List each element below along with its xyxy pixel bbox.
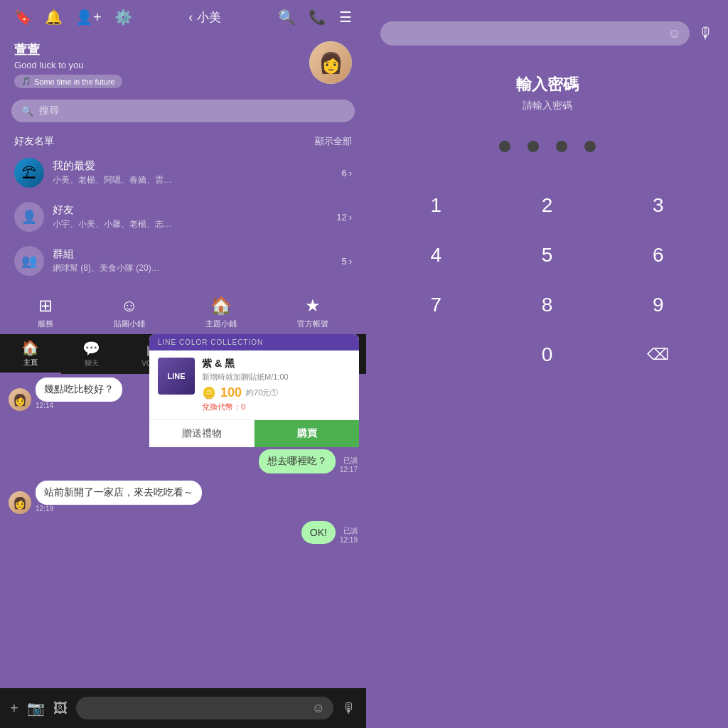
product-name: 紫 & 黑: [202, 358, 350, 370]
key-8[interactable]: 8: [491, 280, 602, 330]
friends-section-header: 好友名單 顯示全部: [0, 128, 366, 151]
product-header: LINE COLOR COLLECTION: [149, 334, 359, 350]
pass-search-bar[interactable]: ☺: [380, 21, 690, 46]
read-status-3: 已讀 12:17: [340, 456, 358, 473]
key-delete[interactable]: ⌫: [603, 330, 714, 380]
favorites-sub: 小美、老楊、阿嗯、春嬌、雲…: [53, 174, 333, 186]
pass-mic-icon[interactable]: 🎙: [698, 24, 714, 43]
groups-sub: 網球幫 (8)、美食小隊 (20)…: [53, 262, 333, 274]
line-logo: LINE: [167, 372, 185, 380]
profile-area: 萱萱 Good luck to you 🎵 Some time in the f…: [0, 34, 366, 94]
chat-tab-label: 聊天: [85, 358, 99, 368]
chat-gallery-icon[interactable]: 🖼: [53, 700, 68, 717]
theme-nav-item[interactable]: 🏠 主題小鋪: [205, 296, 237, 329]
buy-button[interactable]: 購買: [255, 420, 359, 447]
pass-header: ☺ 🎙: [366, 0, 728, 60]
tab-chat[interactable]: 💬 聊天: [61, 334, 122, 374]
groups-name: 群組: [53, 247, 333, 261]
key-2[interactable]: 2: [491, 181, 602, 230]
bottom-service-nav: ⊞ 服務 ☺ 貼圖小鋪 🏠 主題小鋪 ★ 官方帳號: [0, 286, 366, 335]
chat-mic-icon[interactable]: 🎙: [342, 700, 356, 717]
chat-avatar-left-2: 👩: [9, 491, 31, 514]
official-icon: ★: [305, 296, 321, 316]
service-icon: ⊞: [38, 296, 53, 316]
nav-title: 小美: [197, 9, 221, 26]
key-5[interactable]: 5: [491, 230, 602, 280]
service-nav-item[interactable]: ⊞ 服務: [38, 296, 53, 329]
chat-add-icon[interactable]: +: [10, 700, 18, 717]
top-nav-left-icons: 🔖 🔔 👤+ ⚙️: [14, 9, 132, 26]
password-title: 輸入密碼: [366, 74, 728, 95]
top-nav: 🔖 🔔 👤+ ⚙️ ‹ 小美 🔍 📞 ☰: [0, 0, 366, 34]
product-buttons: 贈送禮物 購買: [149, 419, 359, 447]
sticker-label: 貼圖小鋪: [114, 318, 145, 329]
official-nav-item[interactable]: ★ 官方帳號: [297, 296, 328, 329]
gear-icon[interactable]: ⚙️: [114, 9, 132, 26]
key-0[interactable]: 0: [491, 330, 602, 380]
chat-message-3: 已讀 12:17 想去哪裡吃？: [0, 446, 366, 477]
friends-count: 12›: [336, 212, 352, 223]
search-bar[interactable]: 🔍 搜尋: [11, 100, 355, 122]
search-icon[interactable]: 🔍: [278, 9, 296, 26]
profile-avatar[interactable]: 👩: [309, 41, 352, 84]
list-item-friends[interactable]: 👤 好友 小宇、小美、小馨、老楊、志… 12›: [0, 195, 366, 239]
back-chevron-icon[interactable]: ‹: [188, 10, 193, 25]
profile-info: 萱萱 Good luck to you 🎵 Some time in the f…: [14, 41, 299, 88]
keypad-bottom-row: 0 ⌫: [366, 330, 728, 380]
friends-name: 好友: [53, 203, 328, 217]
official-label: 官方帳號: [297, 318, 328, 329]
profile-name: 萱萱: [14, 41, 299, 58]
profile-status: Good luck to you: [14, 60, 299, 70]
favorites-avatar: ⛱: [14, 158, 44, 188]
dot-2: [528, 141, 539, 152]
chat-camera-icon[interactable]: 📷: [27, 700, 45, 717]
groups-content: 群組 網球幫 (8)、美食小隊 (20)…: [53, 247, 333, 274]
person-add-icon[interactable]: 👤+: [75, 9, 102, 26]
friends-section-title: 好友名單: [14, 135, 54, 148]
key-empty: [380, 330, 491, 380]
key-9[interactable]: 9: [603, 280, 714, 330]
tab-home[interactable]: 🏠 主頁: [0, 334, 61, 374]
product-subtitle: 新增時就加贈貼紙M/1:00: [202, 372, 350, 382]
bookmark-icon[interactable]: 🔖: [14, 9, 32, 26]
key-3[interactable]: 3: [603, 181, 714, 230]
product-code: 兌換代幣：0: [202, 402, 350, 412]
menu-icon[interactable]: ☰: [339, 9, 352, 26]
dot-3: [556, 141, 567, 152]
friends-avatar: 👤: [14, 202, 44, 232]
product-price-sub: 約70元①: [246, 387, 278, 398]
chat-time-4: 12:19: [36, 505, 202, 513]
phone-icon[interactable]: 📞: [309, 9, 326, 26]
right-panel: ☺ 🎙 輸入密碼 請輸入密碼 1 2 3 4 5 6 7 8 9 0 ⌫: [366, 0, 728, 728]
key-6[interactable]: 6: [603, 230, 714, 280]
key-7[interactable]: 7: [380, 280, 491, 330]
key-1[interactable]: 1: [380, 181, 491, 230]
friends-content: 好友 小宇、小美、小馨、老楊、志…: [53, 203, 328, 230]
product-thumbnail: LINE: [158, 358, 195, 395]
bubble-5: OK!: [301, 521, 336, 544]
bubble-4: 站前新開了一家店，來去吃吃看～: [36, 481, 202, 505]
pass-emoji-icon: ☺: [668, 26, 681, 41]
bell-icon[interactable]: 🔔: [45, 9, 63, 26]
key-4[interactable]: 4: [380, 230, 491, 280]
chat-input[interactable]: ☺: [76, 697, 333, 719]
home-tab-icon: 🏠: [21, 339, 39, 356]
show-all-button[interactable]: 顯示全部: [315, 135, 352, 148]
chat-message-5: 已讀 12:19 OK!: [0, 518, 366, 547]
sticker-icon: ☺: [121, 296, 139, 316]
product-price: 100: [220, 385, 242, 400]
profile-badge: 🎵 Some time in the future: [14, 75, 122, 88]
sticker-nav-item[interactable]: ☺ 貼圖小鋪: [114, 296, 145, 329]
gift-button[interactable]: 贈送禮物: [149, 420, 255, 447]
avatar-image: 👩: [309, 41, 352, 84]
list-item-groups[interactable]: 👥 群組 網球幫 (8)、美食小隊 (20)… 5›: [0, 239, 366, 283]
password-subtitle: 請輸入密碼: [366, 100, 728, 112]
badge-text: Some time in the future: [34, 77, 115, 86]
service-label: 服務: [38, 318, 53, 329]
search-placeholder: 搜尋: [39, 105, 59, 117]
groups-count: 5›: [341, 256, 352, 267]
list-item-favorites[interactable]: ⛱ 我的最愛 小美、老楊、阿嗯、春嬌、雲… 6›: [0, 151, 366, 195]
keypad: 1 2 3 4 5 6 7 8 9: [366, 181, 728, 330]
coin-icon: 🪙: [202, 386, 216, 400]
favorites-name: 我的最愛: [53, 159, 333, 173]
